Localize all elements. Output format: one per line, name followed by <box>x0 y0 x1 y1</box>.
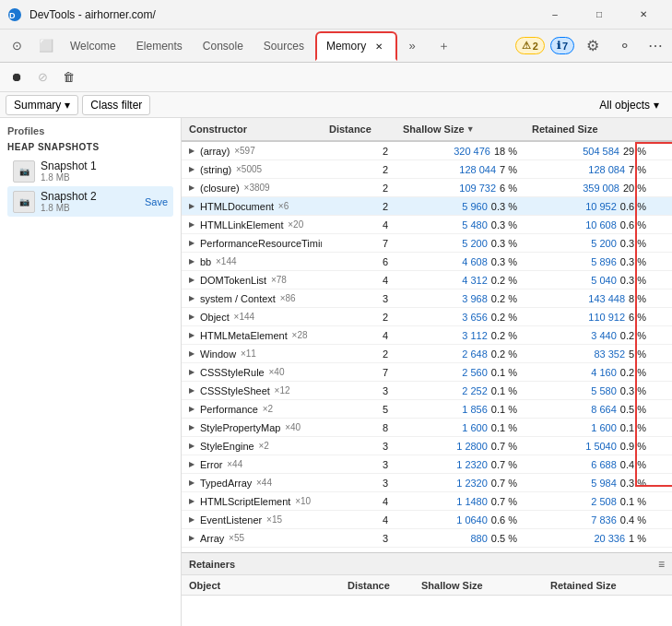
close-button[interactable]: ✕ <box>622 0 665 30</box>
expand-icon[interactable]: ▶ <box>189 349 198 358</box>
table-row[interactable]: ▶ HTMLDocument ×6 2 5 960 0.3 % 10 952 0… <box>182 197 672 216</box>
summary-dropdown[interactable]: Summary ▾ <box>6 95 78 115</box>
expand-icon[interactable]: ▶ <box>189 202 198 210</box>
maximize-button[interactable]: □ <box>578 0 620 30</box>
td-constructor: ▶ PerformanceResourceTiming ×25 <box>182 238 322 249</box>
table-row[interactable]: ▶ HTMLMetaElement ×28 4 3 112 0.2 % 3 44… <box>182 326 672 345</box>
table-row[interactable]: ▶ (closure) ×3809 2 109 732 6 % 359 008 … <box>182 179 672 197</box>
table-row[interactable]: ▶ Window ×11 2 2 648 0.2 % 83 352 5 % <box>182 345 672 363</box>
more-tabs-button[interactable]: » <box>399 33 425 59</box>
table-row[interactable]: ▶ HTMLLinkElement ×20 4 5 480 0.3 % 10 6… <box>182 216 672 234</box>
all-objects-dropdown[interactable]: All objects ▾ <box>592 95 666 115</box>
expand-icon[interactable]: ▶ <box>189 257 198 266</box>
expand-icon[interactable]: ▶ <box>189 534 198 542</box>
td-shallow-size: 5 480 0.3 % <box>395 219 525 230</box>
snapshot-2-name: Snapshot 2 <box>41 190 139 203</box>
sub-toolbar: Summary ▾ Class filter All objects ▾ <box>0 92 672 118</box>
tab-welcome[interactable]: Welcome <box>61 31 125 61</box>
expand-icon[interactable]: ▶ <box>189 478 198 487</box>
main-layout: Profiles HEAP SNAPSHOTS 📷 Snapshot 1 1.8… <box>0 118 672 626</box>
clear-button[interactable]: 🗑 <box>57 66 79 89</box>
td-shallow-size: 5 200 0.3 % <box>395 238 525 249</box>
td-retained-size: 128 084 7 % <box>525 164 654 175</box>
expand-icon[interactable]: ▶ <box>189 165 198 173</box>
expand-icon[interactable]: ▶ <box>189 313 198 321</box>
expand-icon[interactable]: ▶ <box>189 368 198 376</box>
table-row[interactable]: ▶ (string) ×5005 2 128 044 7 % 128 084 7… <box>182 160 672 179</box>
tab-console[interactable]: Console <box>194 31 253 61</box>
td-retained-size: 5 580 0.3 % <box>525 385 654 396</box>
snapshot-2-info: Snapshot 2 1.8 MB <box>41 190 139 213</box>
td-retained-size: 7 836 0.4 % <box>525 514 654 526</box>
minimize-button[interactable]: – <box>534 0 576 30</box>
more-options-btn[interactable]: ⋯ <box>643 33 668 59</box>
expand-icon[interactable]: ▶ <box>189 239 198 247</box>
expand-icon[interactable]: ▶ <box>189 515 198 524</box>
table-row[interactable]: ▶ (array) ×597 2 320 476 18 % 504 584 29… <box>182 142 672 160</box>
expand-icon[interactable]: ▶ <box>189 386 198 395</box>
table-row[interactable]: ▶ Array ×55 3 880 0.5 % 20 336 1 % <box>182 529 672 548</box>
expand-icon[interactable]: ▶ <box>189 442 198 450</box>
td-constructor: ▶ HTMLMetaElement ×28 <box>182 330 322 341</box>
snapshot-2-save[interactable]: Save <box>145 196 168 207</box>
snapshot-2-item[interactable]: 📷 Snapshot 2 1.8 MB Save <box>7 186 173 217</box>
table-row[interactable]: ▶ Performance ×2 5 1 856 0.1 % 8 664 0.5… <box>182 400 672 419</box>
tab-elements[interactable]: Elements <box>127 31 192 61</box>
expand-icon[interactable]: ▶ <box>189 423 198 431</box>
settings-icon-btn[interactable]: ⚙ <box>580 33 606 59</box>
info-badge[interactable]: ℹ 7 <box>550 37 574 54</box>
snapshot-1-item[interactable]: 📷 Snapshot 1 1.8 MB <box>7 156 173 186</box>
expand-icon[interactable]: ▶ <box>189 183 198 192</box>
th-shallow-size[interactable]: Shallow Size ▼ <box>395 124 525 135</box>
retainers-section: Retainers ≡ Object Distance Shallow Size… <box>182 552 672 626</box>
table-row[interactable]: ▶ StylePropertyMap ×40 8 1 600 0.1 % 1 6… <box>182 419 672 437</box>
td-shallow-size: 2 560 0.1 % <box>395 367 525 378</box>
expand-icon[interactable]: ▶ <box>189 331 198 339</box>
tab-sources[interactable]: Sources <box>254 31 313 61</box>
table-row[interactable]: ▶ DOMTokenList ×78 4 4 312 0.2 % 5 040 0… <box>182 271 672 289</box>
snapshot-1-size: 1.8 MB <box>41 172 168 183</box>
table-row[interactable]: ▶ TypedArray ×44 3 1 2320 0.7 % 5 984 0.… <box>182 474 672 492</box>
stop-button[interactable]: ⊘ <box>31 66 53 89</box>
table-row[interactable]: ▶ Error ×44 3 1 2320 0.7 % 6 688 0.4 % <box>182 455 672 474</box>
expand-icon[interactable]: ▶ <box>189 294 198 302</box>
table-row[interactable]: ▶ system / Context ×86 3 3 968 0.2 % 143… <box>182 289 672 308</box>
title-bar-title: DevTools - airhorner.com/ <box>29 8 156 21</box>
td-retained-size: 143 448 8 % <box>525 293 654 304</box>
td-distance: 4 <box>322 514 395 526</box>
table-row[interactable]: ▶ HTMLScriptElement ×10 4 1 1480 0.7 % 2… <box>182 492 672 511</box>
new-tab-button[interactable]: ＋ <box>430 33 456 59</box>
td-retained-size: 5 040 0.3 % <box>525 275 654 286</box>
tab-bar: ⊙ ⬜ Welcome Elements Console Sources Mem… <box>0 30 672 63</box>
td-constructor: ▶ Object ×144 <box>182 312 322 323</box>
td-retained-size: 5 200 0.3 % <box>525 238 654 249</box>
sidebar-profiles-section: Profiles HEAP SNAPSHOTS 📷 Snapshot 1 1.8… <box>0 118 181 224</box>
expand-icon[interactable]: ▶ <box>189 276 198 284</box>
device-icon-btn[interactable]: ⬜ <box>33 33 59 59</box>
table-row[interactable]: ▶ bb ×144 6 4 608 0.3 % 5 896 0.3 % <box>182 253 672 271</box>
warnings-badge[interactable]: ⚠ 2 <box>515 37 545 54</box>
td-constructor: ▶ (closure) ×3809 <box>182 183 322 194</box>
table-row[interactable]: ▶ Object ×144 2 3 656 0.2 % 110 912 6 % <box>182 308 672 326</box>
profile-icon-btn[interactable]: ⚬ <box>611 33 637 59</box>
class-filter-button[interactable]: Class filter <box>82 95 150 115</box>
tab-memory[interactable]: Memory ✕ <box>315 31 397 61</box>
table-row[interactable]: ▶ CSSStyleRule ×40 7 2 560 0.1 % 4 160 0… <box>182 363 672 382</box>
svg-text:D: D <box>9 11 16 20</box>
td-retained-size: 10 608 0.6 % <box>525 219 654 230</box>
retainers-menu-icon[interactable]: ≡ <box>658 558 665 571</box>
expand-icon[interactable]: ▶ <box>189 147 198 155</box>
table-row[interactable]: ▶ PerformanceResourceTiming ×25 7 5 200 … <box>182 234 672 253</box>
record-button[interactable]: ⏺ <box>6 66 28 89</box>
tab-memory-close[interactable]: ✕ <box>371 39 386 53</box>
table-row[interactable]: ▶ StyleEngine ×2 3 1 2800 0.7 % 1 5040 0… <box>182 437 672 455</box>
expand-icon[interactable]: ▶ <box>189 460 198 468</box>
table-row[interactable]: ▶ EventListener ×15 4 1 0640 0.6 % 7 836… <box>182 511 672 529</box>
inspect-icon-btn[interactable]: ⊙ <box>4 33 29 59</box>
expand-icon[interactable]: ▶ <box>189 405 198 413</box>
expand-icon[interactable]: ▶ <box>189 497 198 505</box>
table-row[interactable]: ▶ CSSStyleSheet ×12 3 2 252 0.1 % 5 580 … <box>182 382 672 400</box>
expand-icon[interactable]: ▶ <box>189 220 198 229</box>
td-retained-size: 4 160 0.2 % <box>525 367 654 378</box>
table-body[interactable]: ▶ (array) ×597 2 320 476 18 % 504 584 29… <box>182 142 672 552</box>
